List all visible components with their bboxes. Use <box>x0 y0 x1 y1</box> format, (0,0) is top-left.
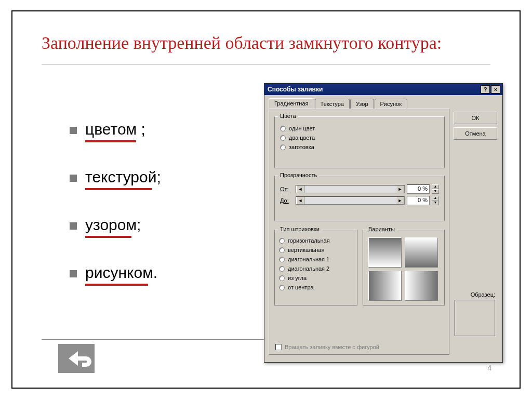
radio-label: горизонтальная <box>288 237 330 244</box>
bullet-text: рисунком. <box>85 264 157 282</box>
variant-swatch[interactable] <box>368 237 402 268</box>
radio-diag2[interactable]: диагональная 2 <box>279 264 353 273</box>
tab-gradient[interactable]: Градиентная <box>269 98 314 109</box>
bullet-icon <box>70 127 77 134</box>
list-item: цветом ; <box>70 121 257 138</box>
list-item: узором; <box>70 216 257 234</box>
radio-icon <box>280 144 286 150</box>
sample-preview <box>455 300 495 336</box>
from-label: От: <box>280 186 294 192</box>
bullet-icon <box>70 175 77 182</box>
sample-label: Образец: <box>471 291 495 298</box>
slide-title: Заполнение внутренней области замкнутого… <box>42 32 490 64</box>
transparency-from-row: От: ◄ ► 0 % ▲▼ <box>280 184 439 194</box>
to-slider[interactable]: ◄ ► <box>296 196 405 205</box>
list-item: текстурой; <box>70 168 257 186</box>
radio-label: два цвета <box>289 135 315 141</box>
radio-label: диагональная 1 <box>288 256 329 262</box>
ok-button[interactable]: ОК <box>454 112 497 124</box>
variant-swatch[interactable] <box>368 271 402 301</box>
radio-label: заготовка <box>289 144 314 150</box>
bullet-icon <box>70 222 77 230</box>
bullet-icon <box>70 270 77 277</box>
radio-icon <box>280 135 286 141</box>
back-button[interactable] <box>58 344 95 373</box>
slider-left-arrow-icon[interactable]: ◄ <box>296 185 304 193</box>
page-number: 4 <box>487 364 491 372</box>
tab-texture[interactable]: Текстура <box>315 99 350 109</box>
checkbox-label: Вращать заливку вместе с фигурой <box>285 344 379 350</box>
variants-grid <box>368 237 438 301</box>
radio-two-colors[interactable]: два цвета <box>280 134 439 142</box>
radio-icon <box>279 247 285 253</box>
bullet-text: текстурой; <box>85 168 161 186</box>
radio-label: от центра <box>288 284 314 290</box>
from-slider[interactable]: ◄ ► <box>296 185 405 193</box>
colors-legend: Цвета <box>278 113 298 119</box>
variants-group: Варианты <box>363 230 445 305</box>
from-value[interactable]: 0 % <box>407 184 430 194</box>
radio-label: один цвет <box>289 125 315 131</box>
bullet-text: цветом ; <box>85 121 145 138</box>
transparency-to-row: До: ◄ ► 0 % ▲▼ <box>280 196 439 205</box>
radio-label: из угла <box>288 275 307 281</box>
radio-icon <box>279 275 285 281</box>
dialog-body: Градиентная Текстура Узор Рисунок ОК Отм… <box>264 95 502 362</box>
slider-right-arrow-icon[interactable]: ► <box>396 185 404 193</box>
hatch-legend: Тип штриховки <box>278 226 322 232</box>
slider-track[interactable] <box>304 197 396 204</box>
radio-icon <box>279 238 285 244</box>
from-spinner[interactable]: ▲▼ <box>432 184 439 194</box>
radio-from-center[interactable]: от центра <box>279 283 353 291</box>
radio-icon <box>279 266 285 272</box>
list-item: рисунком. <box>70 264 257 282</box>
radio-from-corner[interactable]: из угла <box>279 274 353 282</box>
variant-swatch[interactable] <box>405 271 438 301</box>
tab-panel-gradient: Цвета один цвет два цвета заготовка <box>269 109 449 355</box>
fill-methods-dialog: Способы заливки ? × Градиентная Текстура… <box>264 83 503 363</box>
radio-preset[interactable]: заготовка <box>280 143 439 151</box>
colors-group: Цвета один цвет два цвета заготовка <box>274 116 445 168</box>
bullet-text: узором; <box>85 216 141 234</box>
radio-label: вертикальная <box>288 247 324 253</box>
slider-right-arrow-icon[interactable]: ► <box>396 197 404 204</box>
radio-icon <box>280 126 286 131</box>
hatch-type-group: Тип штриховки горизонтальная вертикальна… <box>274 230 357 305</box>
cancel-button[interactable]: Отмена <box>454 127 497 140</box>
tab-picture[interactable]: Рисунок <box>375 99 408 109</box>
radio-label: диагональная 2 <box>288 265 329 272</box>
to-spinner[interactable]: ▲▼ <box>432 196 439 205</box>
help-button[interactable]: ? <box>481 85 490 94</box>
radio-horizontal[interactable]: горизонтальная <box>279 236 353 245</box>
radio-vertical[interactable]: вертикальная <box>279 246 353 254</box>
transparency-legend: Прозрачность <box>278 172 319 178</box>
dialog-side-buttons: ОК Отмена <box>454 112 497 143</box>
slider-track[interactable] <box>304 185 396 193</box>
bullet-list: цветом ; текстурой; узором; рисунком. <box>70 121 257 312</box>
transparency-group: Прозрачность От: ◄ ► 0 % ▲▼ До: <box>274 176 445 221</box>
slider-left-arrow-icon[interactable]: ◄ <box>296 197 304 204</box>
checkbox-icon <box>275 344 282 350</box>
radio-diag1[interactable]: диагональная 1 <box>279 255 353 263</box>
radio-one-color[interactable]: один цвет <box>280 124 439 132</box>
rotate-with-shape-checkbox[interactable]: Вращать заливку вместе с фигурой <box>275 344 379 350</box>
to-label: До: <box>280 197 294 204</box>
variants-legend: Варианты <box>366 226 397 232</box>
dialog-titlebar[interactable]: Способы заливки ? × <box>264 84 502 95</box>
radio-icon <box>279 285 285 290</box>
radio-icon <box>279 257 285 262</box>
tabstrip: Градиентная Текстура Узор Рисунок <box>269 98 408 109</box>
dialog-title: Способы заливки <box>268 86 323 93</box>
close-button[interactable]: × <box>491 85 500 94</box>
variant-swatch[interactable] <box>405 237 438 268</box>
tab-pattern[interactable]: Узор <box>350 99 374 109</box>
to-value[interactable]: 0 % <box>407 196 430 205</box>
